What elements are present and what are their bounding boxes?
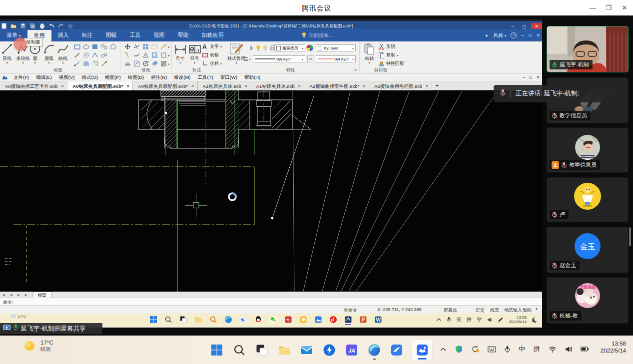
style-button[interactable]: 风格 ▾	[493, 32, 506, 39]
taskbar-weather-widget[interactable]: 17°C晴朗	[23, 340, 53, 353]
draw-tool-4[interactable]	[109, 43, 117, 50]
taskbar-wing-app[interactable]	[390, 340, 404, 360]
draw-tool-5[interactable]	[73, 51, 81, 59]
inner-tray-mic-icon[interactable]	[447, 317, 451, 323]
modify-tool-4[interactable]	[159, 43, 167, 50]
restore-button[interactable]: ❐	[600, 0, 617, 15]
menu-文件(F)[interactable]: 文件(F)	[10, 74, 32, 81]
new-tab-button[interactable]: +	[432, 81, 442, 90]
doc-tab-A0横轴曲拐工艺卡片.exb[interactable]: A0横轴曲拐工艺卡片.exb✕	[0, 81, 67, 90]
doc-tab-A2横轴曲拐零件图.exb*[interactable]: A2横轴曲拐零件图.exb*✕	[304, 81, 369, 90]
taskbar-ja-app[interactable]: JA	[345, 340, 359, 360]
tab-close-icon[interactable]: ✕	[191, 82, 194, 90]
inner-taskbar-word[interactable]: W	[374, 316, 382, 325]
tray-ime-pinyin[interactable]: 拼	[534, 345, 540, 354]
tab-close-icon[interactable]: ✕	[425, 82, 429, 90]
layer-combo[interactable]: 粗实线层▾	[274, 44, 305, 51]
inner-taskbar-qq[interactable]	[254, 316, 262, 325]
menu-绘图(D)[interactable]: 绘图(D)	[124, 74, 147, 81]
inner-weather-widget[interactable]: 17°C	[11, 315, 26, 319]
taskbar-lightning-app[interactable]	[322, 340, 336, 360]
inner-taskbar-everything[interactable]	[209, 316, 217, 325]
linewidth-combo[interactable]: ByLayer▾	[316, 55, 356, 62]
modify-tool-5[interactable]	[123, 51, 131, 59]
modify-tool-6[interactable]	[132, 51, 140, 59]
drawing-canvas[interactable]	[0, 90, 542, 292]
modify-tool-1[interactable]	[132, 43, 140, 50]
participant-tile-延飞宇-机制[interactable]: 延飞宇-机制	[547, 26, 629, 72]
doc-tab-A2横轴曲拐毛坯图.exb[interactable]: A2横轴曲拐毛坯图.exb✕	[369, 81, 432, 90]
modify-more-arrow[interactable]: ▸	[168, 62, 170, 65]
sheet-nav-arrows[interactable]: ◄ ◄ ► ►	[0, 293, 32, 297]
inner-tray-speaker-icon[interactable]	[487, 317, 493, 323]
doc-minimize-icon[interactable]: –	[521, 32, 524, 38]
status-smart-toggle[interactable]: 智能	[523, 307, 532, 314]
tray-chevron-icon[interactable]	[440, 347, 447, 352]
tool-圆弧[interactable]: 圆弧▾	[42, 42, 55, 64]
tool-表格[interactable]: 表格	[202, 52, 223, 58]
status-smart-dropdown-icon[interactable]: ▾	[536, 307, 538, 311]
color-wheel[interactable]	[306, 44, 314, 52]
tab-close-icon[interactable]: ✕	[61, 82, 64, 90]
menu-工具(T)[interactable]: 工具(T)	[194, 74, 217, 81]
participant-tile-卢[interactable]: Simpson卢	[547, 177, 629, 222]
tool-style-manager[interactable]: 样式管理▾	[227, 42, 245, 64]
ribbon-tab-插入[interactable]: 插入	[51, 29, 75, 41]
draw-tool-8[interactable]	[100, 51, 108, 59]
properties-flyout-icon[interactable]: ⇲	[354, 67, 357, 72]
taskbar-edge[interactable]	[367, 340, 381, 360]
tray-speaker-icon[interactable]	[565, 346, 572, 353]
linewidth-button[interactable]: ☰▾	[244, 55, 252, 62]
doc-close-icon[interactable]: ✕	[536, 33, 540, 38]
draw-tool-11[interactable]	[82, 60, 90, 67]
inner-ime-lang[interactable]: 英	[456, 316, 461, 323]
draw-tool-1[interactable]	[82, 43, 90, 50]
model-tab[interactable]: 模型	[31, 292, 52, 298]
color-combo[interactable]: ByLayer▾	[316, 44, 356, 51]
menu-视图(V)[interactable]: 视图(V)	[55, 74, 78, 81]
tray-sync-icon[interactable]	[471, 345, 479, 353]
inner-tray-wifi-icon[interactable]	[476, 317, 482, 322]
ribbon-tab-工具[interactable]: 工具	[123, 29, 147, 41]
taskbar-mail[interactable]	[300, 340, 314, 360]
taskbar-search[interactable]	[232, 340, 246, 360]
taskbar-clock[interactable]: 13:58 2022/5/14	[601, 340, 626, 354]
tray-ime-lang[interactable]: 中	[519, 345, 525, 354]
menu-帮助(H)[interactable]: 帮助(H)	[241, 74, 264, 81]
inner-taskbar-red-app[interactable]: 每	[284, 316, 292, 325]
mdi-close-icon[interactable]: ✕	[536, 75, 540, 80]
tool-坐标[interactable]: 坐标▾	[202, 60, 223, 67]
ribbon-tab-图幅[interactable]: 图幅	[99, 29, 123, 41]
draw-tool-12[interactable]	[91, 60, 99, 67]
tab-close-icon[interactable]: ✕	[126, 82, 130, 90]
modify-tool-14[interactable]	[159, 60, 167, 67]
menu-幅面(P)[interactable]: 幅面(P)	[101, 74, 124, 81]
modify-tool-8[interactable]	[150, 51, 158, 59]
taskbar-explorer[interactable]	[277, 340, 291, 360]
menu-编辑(E)[interactable]: 编辑(E)	[32, 74, 55, 81]
draw-tool-10[interactable]	[73, 60, 81, 67]
modify-tool-12[interactable]	[141, 60, 149, 67]
modify-tool-7[interactable]	[141, 51, 149, 59]
command-line[interactable]: 命令:	[0, 298, 542, 306]
inner-tray-moon-icon[interactable]	[532, 317, 537, 323]
inner-taskbar-caxa[interactable]	[344, 316, 352, 325]
ribbon-tab-加载应用[interactable]: 加载应用	[195, 29, 230, 41]
doc-tab-A0钻床夹具装配图.exb*[interactable]: A0钻床夹具装配图.exb*✕	[67, 81, 133, 90]
modify-tool-10[interactable]	[123, 60, 131, 67]
tray-mic-icon[interactable]	[505, 346, 510, 353]
participant-tile-机械-教[interactable]: 开运连连机械-教	[547, 277, 629, 324]
doc-tab-A1钻床夹具体.exb[interactable]: A1钻床夹具体.exb✕	[251, 81, 305, 90]
tray-battery-icon[interactable]	[581, 346, 589, 352]
inner-taskbar-yellow-app[interactable]	[299, 316, 307, 325]
collapse-ribbon-icon[interactable]: ▲	[485, 33, 489, 37]
mdi-minimize-icon[interactable]: –	[523, 75, 525, 80]
layer-quick-icons[interactable]	[248, 44, 273, 52]
linetype-combo[interactable]: ByLayer▾	[253, 55, 305, 62]
draw-tool-2[interactable]	[91, 43, 99, 50]
menu-格式(O)[interactable]: 格式(O)	[78, 74, 101, 81]
inner-taskbar-netease-music[interactable]	[329, 316, 337, 325]
tray-keyboard-icon[interactable]	[488, 346, 496, 353]
modify-tool-3[interactable]	[150, 43, 158, 50]
tool-符号[interactable]: .1符号▾	[188, 42, 201, 64]
